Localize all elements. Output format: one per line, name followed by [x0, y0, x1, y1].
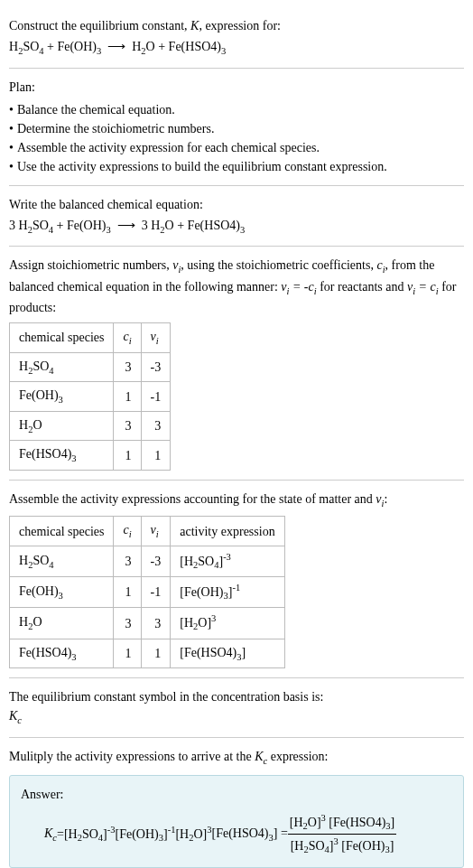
- stoich-table: chemical species ci νi H2SO4 3 -3 Fe(OH)…: [9, 322, 171, 471]
- table-header-row: chemical species ci νi activity expressi…: [10, 517, 285, 546]
- cell-ci: 1: [114, 577, 141, 608]
- text: expression:: [267, 750, 328, 763]
- eq-var: νi = -ci: [281, 280, 316, 294]
- cell-species: H2SO4: [10, 352, 114, 382]
- unbalanced-equation: H2SO4 + Fe(OH)3 ⟶ H2O + Fe(HSO4)3: [9, 37, 464, 59]
- plan-item: •Assemble the activity expression for ea…: [9, 138, 464, 157]
- col-ci: ci: [114, 517, 141, 546]
- kc-symbol: Kc: [9, 706, 464, 728]
- sub: 3: [221, 46, 226, 56]
- activity-section: Assemble the activity expressions accoun…: [9, 481, 464, 678]
- table-row: H2O 3 3 [H2O]3: [10, 608, 285, 639]
- cell-vi: -1: [141, 577, 171, 608]
- term1: [H2SO4]-3: [64, 823, 116, 845]
- cell-vi: 3: [141, 411, 171, 441]
- fraction: [H2O]3 [Fe(HSO4)3] [H2SO4]3 [Fe(OH)3]: [288, 811, 396, 857]
- cell-activity: [Fe(OH)3]-1: [171, 577, 284, 608]
- sub: 3: [240, 224, 245, 234]
- cell-activity: [H2SO4]-3: [171, 546, 284, 577]
- equals: =: [57, 825, 64, 844]
- text: Assign stoichiometric numbers,: [9, 258, 172, 272]
- text: :: [384, 492, 387, 506]
- c-var: ci: [376, 258, 385, 272]
- cell-species: Fe(OH)3: [10, 382, 114, 412]
- cell-species: H2SO4: [10, 546, 114, 577]
- sub: 3: [106, 224, 110, 234]
- text: + Fe(OH): [44, 40, 97, 53]
- text: , expression for:: [199, 19, 281, 33]
- cell-species: Fe(HSO4)3: [10, 441, 114, 471]
- kc-var: Kc: [255, 750, 267, 763]
- text: 3 H: [9, 219, 28, 232]
- cell-ci: 3: [114, 608, 141, 639]
- symbol-intro: The equilibrium constant symbol in the c…: [9, 687, 464, 706]
- table-row: Fe(HSO4)3 1 1 [Fe(HSO4)3]: [10, 639, 285, 668]
- col-activity: activity expression: [171, 517, 284, 546]
- activity-intro: Assemble the activity expressions accoun…: [9, 490, 464, 511]
- plan-item: •Determine the stoichiometric numbers.: [9, 119, 464, 138]
- plan-heading: Plan:: [9, 78, 464, 97]
- table-header-row: chemical species ci νi: [10, 323, 171, 353]
- text: H: [132, 40, 141, 53]
- plan-list: •Balance the chemical equation. •Determi…: [9, 100, 464, 176]
- balanced-equation: 3 H2SO4 + Fe(OH)3 ⟶ 3 H2O + Fe(HSO4)3: [9, 216, 464, 238]
- plan-item: •Balance the chemical equation.: [9, 100, 464, 119]
- text: Assemble the activity expression for eac…: [17, 138, 320, 157]
- balanced-intro: Write the balanced chemical equation:: [9, 195, 464, 214]
- text: , using the stoichiometric coefficients,: [181, 258, 376, 272]
- term4: [Fe(HSO4)3] =: [211, 824, 287, 845]
- plan-item: •Use the activity expressions to build t…: [9, 157, 464, 176]
- cell-species: H2O: [10, 608, 114, 639]
- col-ci: ci: [114, 323, 141, 353]
- term3: [H2O]3: [175, 823, 211, 845]
- K-var: K: [190, 19, 199, 33]
- text: SO: [23, 40, 39, 53]
- prompt-section: Construct the equilibrium constant, K, e…: [9, 7, 464, 69]
- text: SO: [32, 219, 49, 232]
- final-section: Mulitply the activity expressions to arr…: [9, 738, 464, 868]
- col-species: chemical species: [10, 517, 114, 546]
- text: Balance the chemical equation.: [17, 100, 175, 119]
- kc-lhs: Kc: [44, 824, 57, 845]
- text: Use the activity expressions to build th…: [17, 157, 387, 176]
- bullet: •: [9, 100, 14, 119]
- text: for reactants and: [317, 280, 407, 294]
- bullet: •: [9, 157, 14, 176]
- answer-label: Answer:: [21, 785, 452, 804]
- cell-species: Fe(HSO4)3: [10, 639, 114, 668]
- answer-box: Answer: Kc = [H2SO4]-3 [Fe(OH)3]-1 [H2O]…: [9, 775, 464, 867]
- cell-species: Fe(OH)3: [10, 577, 114, 608]
- text: O + Fe(HSO4): [165, 219, 240, 232]
- table-row: Fe(HSO4)3 1 1: [10, 441, 171, 471]
- cell-vi: 1: [141, 639, 171, 668]
- term2: [Fe(OH)3]-1: [116, 823, 176, 845]
- text: 3 H: [142, 219, 161, 232]
- text: Determine the stoichiometric numbers.: [17, 119, 215, 138]
- bullet: •: [9, 138, 14, 157]
- table-row: Fe(OH)3 1 -1 [Fe(OH)3]-1: [10, 577, 285, 608]
- denominator: [H2SO4]3 [Fe(OH)3]: [288, 835, 396, 857]
- cell-vi: 1: [141, 441, 171, 471]
- cell-vi: -1: [141, 382, 171, 412]
- cell-vi: -3: [141, 546, 171, 577]
- table-row: H2SO4 3 -3 [H2SO4]-3: [10, 546, 285, 577]
- cell-ci: 3: [114, 352, 141, 382]
- table-row: H2O 3 3: [10, 411, 171, 441]
- text: Mulitply the activity expressions to arr…: [9, 750, 255, 763]
- cell-ci: 3: [114, 411, 141, 441]
- balanced-section: Write the balanced chemical equation: 3 …: [9, 186, 464, 247]
- text: Assemble the activity expressions accoun…: [9, 492, 376, 506]
- stoich-section: Assign stoichiometric numbers, νi, using…: [9, 247, 464, 481]
- bullet: •: [9, 119, 14, 138]
- cell-vi: -3: [141, 352, 171, 382]
- text: H: [9, 40, 18, 53]
- cell-activity: [Fe(HSO4)3]: [171, 639, 284, 668]
- cell-vi: 3: [141, 608, 171, 639]
- eq-var: νi = ci: [407, 280, 439, 294]
- table-row: Fe(OH)3 1 -1: [10, 382, 171, 412]
- text: + Fe(OH): [53, 219, 106, 232]
- nu-var: νi: [172, 258, 181, 272]
- symbol-section: The equilibrium constant symbol in the c…: [9, 678, 464, 738]
- kc-expression: Kc = [H2SO4]-3 [Fe(OH)3]-1 [H2O]3 [Fe(HS…: [21, 811, 452, 857]
- cell-activity: [H2O]3: [171, 608, 284, 639]
